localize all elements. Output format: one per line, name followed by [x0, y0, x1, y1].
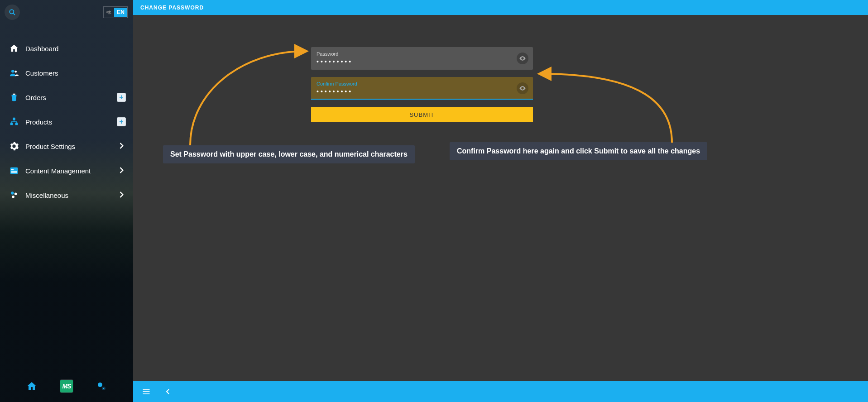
svg-rect-7 — [10, 168, 18, 174]
sidebar-bottom: MS — [0, 375, 133, 402]
orders-icon — [9, 92, 19, 102]
svg-point-12 — [14, 193, 17, 196]
chevron-right-icon — [117, 141, 126, 152]
back-button[interactable] — [163, 387, 173, 397]
lang-bn[interactable]: বাং — [104, 8, 114, 17]
svg-point-2 — [11, 70, 14, 72]
svg-rect-10 — [11, 172, 17, 173]
confirm-password-field[interactable]: Confirm Password — [311, 77, 533, 100]
sidebar-item-dashboard[interactable]: Dashboard — [0, 36, 133, 61]
eye-icon — [519, 85, 526, 92]
add-order-button[interactable]: + — [117, 93, 126, 102]
content: Password Confirm Password SUBMIT Set Pas… — [133, 15, 868, 381]
svg-rect-8 — [11, 169, 14, 170]
sidebar-item-label: Miscellaneous — [25, 191, 117, 199]
svg-line-1 — [13, 13, 15, 15]
gear-icon — [9, 141, 19, 151]
ms-shortcut[interactable]: MS — [60, 380, 73, 392]
lang-en[interactable]: EN — [114, 8, 127, 17]
password-label: Password — [317, 51, 513, 57]
hamburger-icon — [142, 387, 151, 396]
sidebar-item-label: Dashboard — [25, 45, 126, 53]
svg-rect-6 — [15, 123, 18, 125]
sidebar-item-miscellaneous[interactable]: Miscellaneous — [0, 183, 133, 207]
toggle-confirm-visibility[interactable] — [517, 82, 528, 94]
misc-icon — [9, 190, 19, 200]
sidebar-item-orders[interactable]: Orders + — [0, 85, 133, 110]
nav-menu: Dashboard Customers Orders + Products + — [0, 24, 133, 375]
menu-button[interactable] — [141, 387, 151, 397]
search-button[interactable] — [5, 5, 20, 20]
svg-rect-9 — [11, 171, 17, 172]
sidebar-item-product-settings[interactable]: Product Settings — [0, 134, 133, 158]
svg-rect-5 — [10, 123, 13, 125]
callout-set-password: Set Password with upper case, lower case… — [163, 145, 415, 163]
submit-button[interactable]: SUBMIT — [311, 107, 533, 122]
home-icon — [9, 43, 19, 53]
language-switch[interactable]: বাং EN — [103, 6, 128, 18]
chevron-right-icon — [117, 190, 126, 201]
sidebar-item-customers[interactable]: Customers — [0, 61, 133, 85]
bottom-bar — [133, 381, 868, 402]
main: CHANGE PASSWORD Password Confirm Passwor… — [133, 0, 868, 402]
customers-icon — [9, 68, 19, 78]
settings-shortcut[interactable] — [96, 380, 107, 392]
eye-icon — [519, 55, 526, 62]
sidebar-item-label: Product Settings — [25, 143, 117, 150]
svg-point-3 — [14, 71, 17, 73]
svg-rect-4 — [13, 118, 15, 120]
search-icon — [8, 8, 16, 16]
toggle-password-visibility[interactable] — [517, 53, 528, 64]
sidebar-item-products[interactable]: Products + — [0, 110, 133, 134]
password-input[interactable] — [317, 57, 513, 66]
svg-point-11 — [11, 191, 14, 194]
sidebar: বাং EN Dashboard Customers Orders + — [0, 0, 133, 402]
svg-point-0 — [10, 10, 14, 14]
page-title-bar: CHANGE PASSWORD — [133, 0, 868, 15]
svg-point-13 — [12, 196, 14, 198]
page-title: CHANGE PASSWORD — [140, 5, 204, 11]
callout-confirm-password: Confirm Password here again and click Su… — [450, 142, 707, 160]
svg-point-17 — [522, 58, 523, 59]
add-product-button[interactable]: + — [117, 117, 126, 126]
password-field[interactable]: Password — [311, 47, 533, 70]
sidebar-item-label: Content Management — [25, 167, 117, 175]
confirm-password-label: Confirm Password — [317, 81, 513, 86]
svg-point-18 — [522, 88, 523, 89]
sidebar-top: বাং EN — [0, 0, 133, 24]
confirm-password-input[interactable] — [317, 87, 513, 96]
sidebar-item-content-management[interactable]: Content Management — [0, 158, 133, 183]
sidebar-item-label: Customers — [25, 69, 126, 77]
products-icon — [9, 117, 19, 127]
change-password-form: Password Confirm Password SUBMIT — [311, 47, 533, 122]
sidebar-item-label: Orders — [25, 94, 117, 101]
chevron-right-icon — [117, 166, 126, 176]
sidebar-item-label: Products — [25, 118, 117, 126]
chevron-left-icon — [164, 388, 172, 396]
home-shortcut[interactable] — [26, 380, 38, 392]
content-icon — [9, 166, 19, 176]
svg-point-14 — [98, 383, 102, 387]
svg-point-16 — [103, 388, 105, 389]
